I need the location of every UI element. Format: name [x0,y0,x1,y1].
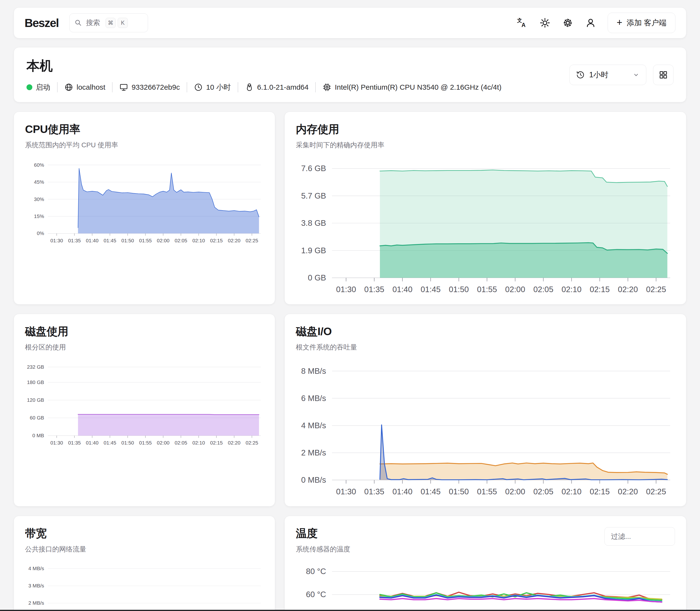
add-client-button[interactable]: + 添加 客户端 [608,13,675,33]
host-agent-id: 93326672eb9c [119,83,180,92]
host-meta: 启动 localhost 93326672eb9c [27,82,502,92]
cpu-chip-icon [323,83,331,92]
bandwidth-chart-svg: 4 MB/s3 MB/s2 MB/s1 MB/s0 MB/s01:3001:35… [25,562,264,611]
chart-head: 带宽 公共接口的网络流量 [25,526,264,554]
svg-text:02:20: 02:20 [618,487,638,496]
chevron-down-icon [632,71,640,78]
svg-text:01:45: 01:45 [104,440,116,446]
cmd-keycap: ⌘ [105,18,116,28]
k-keycap: K [118,18,128,28]
gear-icon[interactable] [562,17,574,29]
svg-text:01:35: 01:35 [364,285,384,294]
chart-subtitle: 根文件系统的吞吐量 [296,343,675,352]
chart-subtitle: 根分区的使用 [25,343,264,352]
svg-text:01:45: 01:45 [421,285,441,294]
svg-text:02:05: 02:05 [533,285,553,294]
search-shortcut: ⌘ K [105,18,128,28]
host-uptime: 10 小时 [194,83,231,92]
history-icon [576,71,585,79]
chart-subtitle: 系统传感器的温度 [296,545,675,554]
plus-icon: + [616,17,622,27]
svg-text:0%: 0% [37,230,44,236]
chart-title: CPU使用率 [25,122,264,137]
svg-text:120 GB: 120 GB [27,397,44,403]
temperature-chart-svg: 80 °C60 °C40 °C20 °C0 °C01:3001:3501:400… [296,562,675,611]
divider [315,82,316,92]
svg-text:01:40: 01:40 [86,238,99,243]
svg-text:7.6 GB: 7.6 GB [301,164,326,173]
svg-text:01:30: 01:30 [336,487,356,496]
svg-text:01:40: 01:40 [392,487,413,496]
svg-text:6 MB/s: 6 MB/s [301,393,326,402]
svg-text:4 MB/s: 4 MB/s [28,566,44,571]
diskio-chart[interactable]: 8 MB/s6 MB/s4 MB/s2 MB/s0 MB/s01:3001:35… [296,360,675,500]
search-placeholder: 搜索 [86,18,100,28]
host-actions: 1小时 [569,65,673,85]
chart-subtitle: 系统范围内的平均 CPU 使用率 [25,140,264,150]
svg-text:02:15: 02:15 [210,440,223,446]
chart-title: 磁盘使用 [25,324,264,339]
svg-text:02:00: 02:00 [157,238,169,243]
time-range-select[interactable]: 1小时 [569,65,646,85]
language-icon[interactable]: 文 A [516,17,528,29]
temperature-chart[interactable]: 80 °C60 °C40 °C20 °C0 °C01:3001:3501:400… [296,562,675,611]
status-label: 启动 [36,83,50,92]
svg-text:4 MB/s: 4 MB/s [301,421,326,430]
svg-text:45%: 45% [34,179,44,185]
svg-text:8 MB/s: 8 MB/s [301,366,326,375]
bandwidth-chart[interactable]: 4 MB/s3 MB/s2 MB/s1 MB/s0 MB/s01:3001:35… [25,562,264,611]
svg-text:3.8 GB: 3.8 GB [301,219,326,227]
user-icon[interactable] [585,17,596,29]
svg-text:02:25: 02:25 [646,285,666,294]
svg-text:01:30: 01:30 [336,285,356,294]
svg-text:2 MB/s: 2 MB/s [301,448,326,457]
svg-text:01:30: 01:30 [50,440,63,446]
svg-text:5.7 GB: 5.7 GB [301,191,326,200]
divider [238,82,238,92]
host-cpu-model: Intel(R) Pentium(R) CPU N3540 @ 2.16GHz … [323,83,502,92]
search-box[interactable]: 搜索 ⌘ K [69,13,148,32]
charts-grid: CPU使用率 系统范围内的平均 CPU 使用率 60%45%30%15%0%01… [14,111,686,611]
memory-chart[interactable]: 7.6 GB5.7 GB3.8 GB1.9 GB0 GB01:3001:3501… [296,158,675,297]
layout-grid-button[interactable] [653,65,673,85]
svg-text:01:50: 01:50 [449,487,469,496]
disk-chart[interactable]: 232 GB180 GB120 GB60 GB0 MB01:3001:3501:… [25,360,264,448]
svg-text:02:10: 02:10 [562,285,581,294]
page: Beszel 搜索 ⌘ K 文 A [0,0,700,611]
host-hostname: localhost [64,83,105,92]
svg-text:02:10: 02:10 [192,440,205,446]
svg-text:60 GB: 60 GB [30,415,44,420]
svg-text:01:35: 01:35 [364,487,384,496]
svg-text:02:20: 02:20 [228,238,240,243]
grid-icon [659,70,668,79]
header-actions: 文 A [516,13,675,33]
temperature-filter-input[interactable] [605,527,675,546]
chart-card-disk: 磁盘使用 根分区的使用 232 GB180 GB120 GB60 GB0 MB0… [14,314,275,507]
svg-text:60%: 60% [34,162,44,168]
svg-text:02:25: 02:25 [245,238,258,243]
divider [187,82,187,92]
svg-text:01:50: 01:50 [121,238,134,243]
host-info: 本机 启动 localhost 933 [27,57,502,92]
svg-text:02:00: 02:00 [505,285,525,294]
host-card: 本机 启动 localhost 933 [14,47,686,102]
sun-icon[interactable] [539,17,551,29]
bottom-edge [0,610,700,611]
cpu-chart-svg: 60%45%30%15%0%01:3001:3501:4001:4501:500… [25,158,264,246]
chart-card-temperature: 温度 系统传感器的温度 80 °C60 °C40 °C20 °C0 °C01:3… [284,516,686,611]
cpu-chart[interactable]: 60%45%30%15%0%01:3001:3501:4001:4501:500… [25,158,264,246]
penguin-os-icon [245,83,254,92]
status-dot [27,84,32,90]
svg-text:02:00: 02:00 [157,440,169,446]
svg-text:A: A [521,22,525,28]
svg-text:01:55: 01:55 [139,440,152,446]
svg-text:3 MB/s: 3 MB/s [28,583,44,588]
svg-text:15%: 15% [34,213,44,219]
svg-text:02:15: 02:15 [590,285,610,294]
svg-text:01:40: 01:40 [86,440,99,446]
chart-head: CPU使用率 系统范围内的平均 CPU 使用率 [25,122,264,150]
host-status: 启动 [27,83,50,92]
svg-text:01:35: 01:35 [68,440,81,446]
chart-head: 磁盘I/O 根文件系统的吞吐量 [296,324,675,352]
svg-text:0 MB: 0 MB [32,433,44,438]
